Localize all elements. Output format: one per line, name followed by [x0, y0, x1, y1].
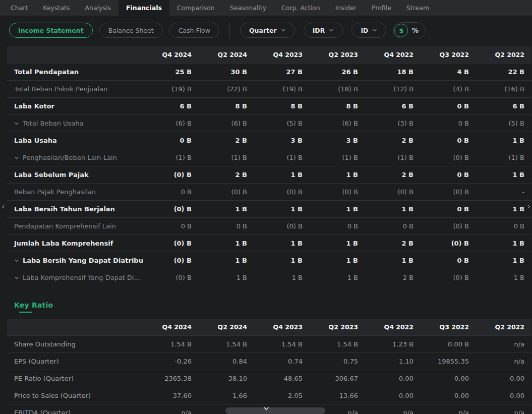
row-label-text: EPS (Quarter)	[14, 358, 59, 365]
scroll-down-button[interactable]	[263, 404, 270, 413]
row-label: Pendapatan Komprehensif Lain	[7, 218, 143, 234]
table-row-pendapatan-komprehensif-lain: Pendapatan Komprehensif Lain0 B0 B(0) B0…	[7, 217, 531, 234]
cell-value: n/a	[143, 404, 199, 414]
row-label-text: Total Beban Pokok Penjualan	[14, 85, 107, 93]
nav-tab-insider[interactable]: Insider	[328, 0, 364, 16]
cell-value: -	[476, 184, 531, 200]
table-row-laba-sebelum-pajak: Laba Sebelum Pajak(0) B2 B1 B1 B2 B0 B1 …	[7, 166, 531, 183]
cell-value: 306.67	[310, 370, 365, 387]
column-header-q4-2022: Q4 2022	[365, 319, 421, 335]
chevron-down-icon	[372, 28, 377, 33]
row-label-text: Laba Kotor	[14, 102, 54, 110]
row-label-text: Total Beban Usaha	[23, 120, 83, 127]
nav-tab-chart[interactable]: Chart	[3, 0, 35, 16]
cell-value: (18) B	[310, 81, 365, 97]
cell-value: 30 B	[199, 64, 254, 80]
table-row-total-beban-usaha[interactable]: Total Beban Usaha(6) B(6) B(5) B(6) B(3)…	[7, 114, 531, 132]
nav-tab-financials[interactable]: Financials	[119, 0, 169, 16]
scroll-right-icon[interactable]: ›	[527, 201, 530, 211]
cell-value: (19) B	[254, 81, 310, 97]
cell-value: 1 B	[254, 269, 310, 286]
cell-value: 0 B	[421, 115, 476, 132]
nav-tab-comparison[interactable]: Comparison	[169, 0, 222, 16]
cell-value: (0) B	[143, 201, 199, 217]
cell-value: 1 B	[310, 166, 365, 183]
cell-value: 1 B	[365, 201, 421, 217]
cell-value: 2.05	[254, 387, 310, 404]
table-row-laba-kotor: Laba Kotor6 B8 B8 B8 B6 B0 B6 B	[7, 97, 531, 114]
cell-value: (5) B	[476, 115, 531, 132]
cell-value: 6 B	[143, 98, 199, 114]
row-label: Total Beban Pokok Penjualan	[7, 81, 143, 97]
row-label-text: Share Outstanding	[14, 340, 76, 348]
nav-tab-profile[interactable]: Profile	[364, 0, 399, 16]
scroll-left-icon[interactable]: ‹	[2, 201, 5, 211]
cell-value: (0) B	[254, 184, 310, 200]
statement-tab-cash-flow[interactable]: Cash Flow	[169, 23, 219, 38]
cell-value: 1 B	[199, 235, 254, 252]
chevron-down-icon	[14, 155, 19, 160]
nav-tab-analysis[interactable]: Analysis	[78, 0, 119, 16]
column-header-q2-2024: Q2 2024	[199, 319, 254, 335]
cell-value: 6 B	[476, 98, 531, 114]
cell-value: 1 B	[476, 235, 531, 252]
statement-tab-income-statement[interactable]: Income Statement	[9, 23, 93, 38]
row-label-text: Laba Bersih Tahun Berjalan	[14, 205, 115, 213]
table-row-laba-komprehensif-yang-dapat-di[interactable]: Laba Komprehensif Yang Dapat Di...(0) B1…	[7, 269, 531, 286]
column-header-q2-2022: Q2 2022	[476, 319, 531, 335]
cell-value: (0) B	[421, 184, 476, 200]
cell-value: 1 B	[254, 166, 310, 183]
cell-value: (19) B	[143, 81, 199, 97]
cell-value: n/a	[421, 404, 476, 414]
row-label: Laba Kotor	[7, 98, 143, 114]
dollar-icon[interactable]: $	[394, 24, 408, 37]
row-label-text: Laba Komprehensif Yang Dapat Di...	[23, 274, 140, 281]
chevron-down-icon	[281, 28, 286, 33]
cell-value: 25 B	[143, 64, 199, 80]
cell-value: 0 B	[143, 132, 199, 149]
nav-tab-keystats[interactable]: Keystats	[35, 0, 77, 16]
cell-value: 0.00 B	[421, 336, 476, 352]
cell-value: (1) B	[254, 149, 310, 166]
cell-value: 2 B	[365, 166, 421, 183]
currency-percent-toggle[interactable]: $ %	[393, 22, 426, 38]
percent-icon[interactable]: %	[411, 26, 419, 34]
cell-value: -2365.38	[143, 370, 199, 387]
key-ratio-underline	[19, 312, 32, 313]
idr-dropdown[interactable]: IDR	[304, 23, 343, 38]
cell-value: 1 B	[476, 132, 531, 149]
cell-value: (0) B	[143, 235, 199, 252]
cell-value: 1 B	[310, 201, 365, 217]
statement-tab-balance-sheet[interactable]: Balance Sheet	[99, 23, 163, 38]
cell-value: 1 B	[476, 201, 531, 217]
cell-value: 1.54 B	[310, 336, 365, 352]
row-label: Laba Komprehensif Yang Dapat Di...	[7, 269, 143, 286]
chevron-down-icon	[14, 121, 19, 126]
column-header-q3-2022: Q3 2022	[421, 46, 476, 63]
id-dropdown[interactable]: ID	[351, 23, 386, 38]
cell-value: 8 B	[254, 98, 310, 114]
cell-value: (1) B	[199, 149, 254, 166]
cell-value: 18 B	[365, 64, 421, 80]
cell-value: 0.00	[476, 387, 531, 404]
cell-value: 0 B	[421, 201, 476, 217]
table-row-penghasilan-beban-lain-lain[interactable]: Penghasilan/Beban Lain-Lain(1) B(1) B(1)…	[7, 149, 531, 166]
quarter-dropdown[interactable]: Quarter	[240, 23, 295, 38]
cell-value: 27 B	[254, 64, 310, 80]
horizontal-scrollbar[interactable]	[225, 407, 325, 414]
table-header-row: Q4 2024Q2 2024Q4 2023Q2 2023Q4 2022Q3 20…	[7, 319, 531, 335]
cell-value: (0) B	[421, 218, 476, 234]
cell-value: -0.26	[143, 353, 199, 370]
row-label: Laba Usaha	[7, 132, 143, 149]
nav-tab-seasonality[interactable]: Seasonality	[222, 0, 274, 16]
column-header-q2-2022: Q2 2022	[476, 46, 531, 63]
cell-value: 1 B	[310, 252, 365, 269]
nav-tab-corp-action[interactable]: Corp. Action	[274, 0, 328, 16]
cell-value: 37.60	[143, 387, 199, 404]
cell-value: (4) B	[421, 81, 476, 97]
nav-tab-stream[interactable]: Stream	[399, 0, 437, 16]
cell-value: 0.00	[421, 370, 476, 387]
table-row-laba-bersih-yang-dapat-diatribu[interactable]: Laba Bersih Yang Dapat Diatribu...(0) B1…	[7, 252, 531, 269]
cell-value: 26 B	[310, 64, 365, 80]
cell-value: 1 B	[199, 201, 254, 217]
